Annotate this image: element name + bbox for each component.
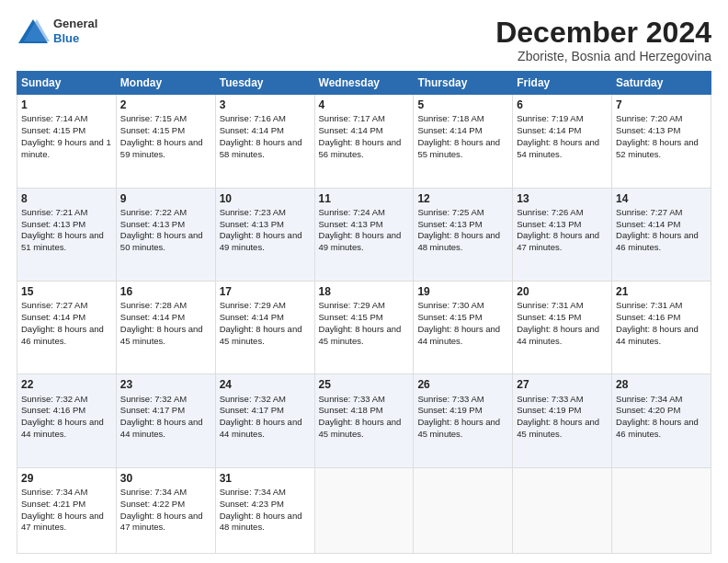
- sunset-text: Sunset: 4:21 PM: [21, 499, 85, 509]
- sunset-text: Sunset: 4:17 PM: [220, 405, 284, 415]
- sunset-text: Sunset: 4:13 PM: [616, 125, 680, 135]
- daylight-text: Daylight: 8 hours and 54 minutes.: [517, 137, 599, 159]
- day-header-saturday: Saturday: [612, 72, 711, 95]
- sunrise-text: Sunrise: 7:23 AM: [220, 207, 286, 217]
- daylight-text: Daylight: 8 hours and 45 minutes.: [517, 417, 599, 439]
- daylight-text: Daylight: 8 hours and 46 minutes.: [21, 324, 104, 346]
- day-number: 4: [319, 98, 410, 112]
- day-number: 28: [616, 377, 707, 392]
- sunset-text: Sunset: 4:13 PM: [319, 219, 383, 229]
- table-row: 22Sunrise: 7:32 AMSunset: 4:16 PMDayligh…: [17, 374, 117, 467]
- daylight-text: Daylight: 8 hours and 49 minutes.: [220, 230, 302, 252]
- day-number: 12: [417, 191, 508, 206]
- sunrise-text: Sunrise: 7:18 AM: [417, 113, 483, 123]
- day-number: 16: [120, 284, 211, 299]
- daylight-text: Daylight: 8 hours and 45 minutes.: [417, 417, 500, 439]
- day-number: 9: [120, 191, 211, 206]
- day-number: 14: [616, 191, 707, 206]
- daylight-text: Daylight: 8 hours and 45 minutes.: [120, 324, 203, 346]
- sunset-text: Sunset: 4:14 PM: [120, 312, 185, 322]
- day-number: 29: [21, 471, 112, 486]
- day-number: 30: [120, 471, 211, 486]
- sunset-text: Sunset: 4:22 PM: [120, 499, 185, 509]
- daylight-text: Daylight: 8 hours and 55 minutes.: [417, 137, 500, 159]
- sunrise-text: Sunrise: 7:31 AM: [616, 300, 682, 310]
- sunrise-text: Sunrise: 7:14 AM: [21, 113, 87, 123]
- table-row: 17Sunrise: 7:29 AMSunset: 4:14 PMDayligh…: [215, 281, 314, 373]
- table-row: 16Sunrise: 7:28 AMSunset: 4:14 PMDayligh…: [116, 281, 215, 373]
- daylight-text: Daylight: 8 hours and 45 minutes.: [319, 324, 402, 346]
- day-number: 6: [517, 98, 608, 112]
- sunset-text: Sunset: 4:14 PM: [417, 125, 482, 135]
- table-row: 6Sunrise: 7:19 AMSunset: 4:14 PMDaylight…: [513, 95, 612, 188]
- sunrise-text: Sunrise: 7:19 AM: [517, 113, 583, 123]
- sunset-text: Sunset: 4:14 PM: [21, 312, 85, 322]
- logo: General Blue: [17, 17, 97, 45]
- daylight-text: Daylight: 8 hours and 44 minutes.: [417, 324, 500, 346]
- table-row: 8Sunrise: 7:21 AMSunset: 4:13 PMDaylight…: [17, 188, 117, 281]
- sunset-text: Sunset: 4:14 PM: [220, 312, 284, 322]
- table-row: 3Sunrise: 7:16 AMSunset: 4:14 PMDaylight…: [215, 95, 314, 188]
- day-number: 31: [220, 471, 311, 486]
- sunset-text: Sunset: 4:13 PM: [120, 219, 185, 229]
- month-title: December 2024: [495, 17, 711, 49]
- table-row: 20Sunrise: 7:31 AMSunset: 4:15 PMDayligh…: [513, 281, 612, 373]
- header: General Blue December 2024 Zboriste, Bos…: [17, 17, 711, 63]
- table-row: 23Sunrise: 7:32 AMSunset: 4:17 PMDayligh…: [116, 374, 215, 467]
- location: Zboriste, Bosnia and Herzegovina: [495, 49, 711, 63]
- table-row: 7Sunrise: 7:20 AMSunset: 4:13 PMDaylight…: [612, 95, 711, 188]
- daylight-text: Daylight: 8 hours and 47 minutes.: [120, 511, 203, 533]
- sunset-text: Sunset: 4:15 PM: [517, 312, 581, 322]
- table-row: 5Sunrise: 7:18 AMSunset: 4:14 PMDaylight…: [414, 95, 513, 188]
- day-header-friday: Friday: [513, 72, 612, 95]
- sunset-text: Sunset: 4:16 PM: [616, 312, 680, 322]
- table-row: [612, 467, 711, 553]
- calendar-row-5: 29Sunrise: 7:34 AMSunset: 4:21 PMDayligh…: [17, 467, 711, 553]
- sunrise-text: Sunrise: 7:29 AM: [220, 300, 286, 310]
- sunset-text: Sunset: 4:14 PM: [319, 125, 383, 135]
- daylight-text: Daylight: 8 hours and 48 minutes.: [417, 230, 500, 252]
- daylight-text: Daylight: 8 hours and 44 minutes.: [517, 324, 599, 346]
- daylight-text: Daylight: 8 hours and 46 minutes.: [616, 230, 699, 252]
- sunset-text: Sunset: 4:18 PM: [319, 405, 383, 415]
- sunrise-text: Sunrise: 7:22 AM: [120, 207, 187, 217]
- daylight-text: Daylight: 8 hours and 48 minutes.: [220, 511, 302, 533]
- calendar-row-4: 22Sunrise: 7:32 AMSunset: 4:16 PMDayligh…: [17, 374, 711, 467]
- title-block: December 2024 Zboriste, Bosnia and Herze…: [495, 17, 711, 63]
- day-number: 10: [220, 191, 311, 206]
- sunset-text: Sunset: 4:14 PM: [517, 125, 581, 135]
- sunset-text: Sunset: 4:15 PM: [21, 125, 85, 135]
- sunrise-text: Sunrise: 7:26 AM: [517, 207, 583, 217]
- daylight-text: Daylight: 8 hours and 44 minutes.: [616, 324, 699, 346]
- day-number: 15: [21, 284, 112, 299]
- sunrise-text: Sunrise: 7:28 AM: [120, 300, 187, 310]
- table-row: 21Sunrise: 7:31 AMSunset: 4:16 PMDayligh…: [612, 281, 711, 373]
- table-row: 13Sunrise: 7:26 AMSunset: 4:13 PMDayligh…: [513, 188, 612, 281]
- day-number: 25: [319, 377, 410, 392]
- sunset-text: Sunset: 4:15 PM: [319, 312, 383, 322]
- daylight-text: Daylight: 8 hours and 46 minutes.: [616, 417, 699, 439]
- sunrise-text: Sunrise: 7:16 AM: [220, 113, 286, 123]
- day-header-sunday: Sunday: [17, 72, 117, 95]
- sunset-text: Sunset: 4:13 PM: [417, 219, 482, 229]
- table-row: 25Sunrise: 7:33 AMSunset: 4:18 PMDayligh…: [314, 374, 414, 467]
- day-number: 21: [616, 284, 707, 299]
- table-row: 11Sunrise: 7:24 AMSunset: 4:13 PMDayligh…: [314, 188, 414, 281]
- day-number: 18: [319, 284, 410, 299]
- day-header-monday: Monday: [116, 72, 215, 95]
- day-number: 13: [517, 191, 608, 206]
- day-number: 8: [21, 191, 112, 206]
- sunset-text: Sunset: 4:14 PM: [220, 125, 284, 135]
- sunrise-text: Sunrise: 7:21 AM: [21, 207, 87, 217]
- daylight-text: Daylight: 8 hours and 45 minutes.: [220, 324, 302, 346]
- day-number: 7: [616, 98, 707, 112]
- logo-general: General: [53, 17, 97, 30]
- daylight-text: Daylight: 8 hours and 51 minutes.: [21, 230, 104, 252]
- day-number: 11: [319, 191, 410, 206]
- day-header-thursday: Thursday: [414, 72, 513, 95]
- table-row: 29Sunrise: 7:34 AMSunset: 4:21 PMDayligh…: [17, 467, 117, 553]
- calendar-row-1: 1Sunrise: 7:14 AMSunset: 4:15 PMDaylight…: [17, 95, 711, 188]
- sunrise-text: Sunrise: 7:29 AM: [319, 300, 385, 310]
- day-number: 23: [120, 377, 211, 392]
- sunrise-text: Sunrise: 7:34 AM: [220, 487, 286, 497]
